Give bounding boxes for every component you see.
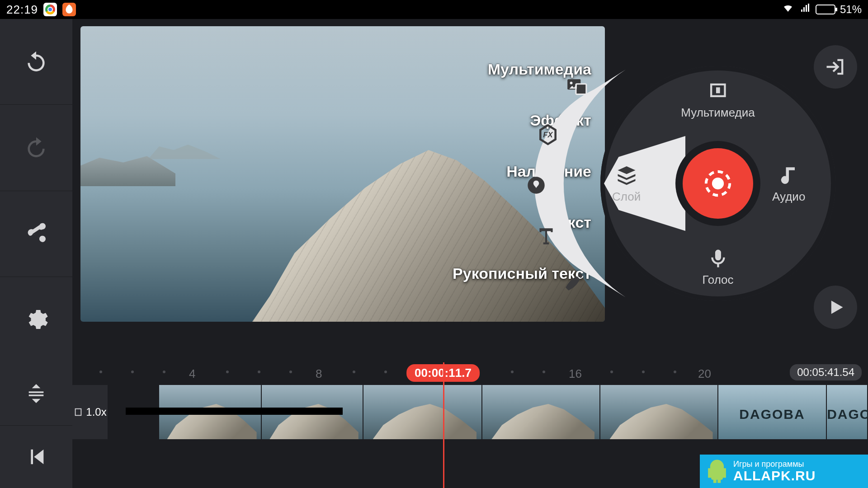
clip[interactable] (718, 385, 827, 439)
undo-button[interactable] (0, 19, 72, 105)
action-wheel: FX Мультимедиа Аудио Голос Слой (573, 39, 863, 328)
ruler-tick: 16 (569, 367, 582, 381)
record-button[interactable] (683, 148, 753, 219)
time-ruler[interactable]: 4 8 16 20 00:00:11.7 00:05:41.54 (72, 362, 868, 382)
left-toolbar (0, 19, 72, 362)
submenu-overlay[interactable] (522, 171, 551, 200)
submenu-handwriting[interactable] (559, 267, 588, 296)
timeline-expand-button[interactable] (0, 362, 72, 426)
app-icon-orange (62, 3, 76, 16)
ruler-tick: 4 (189, 367, 195, 381)
exit-button[interactable] (814, 45, 857, 89)
share-button[interactable] (0, 191, 72, 277)
watermark-brand: ALLAPK.RU (733, 468, 816, 483)
ruler-tick: 8 (316, 367, 322, 381)
clip[interactable] (827, 385, 868, 439)
playhead[interactable] (443, 362, 444, 488)
total-duration: 00:05:41.54 (790, 364, 862, 380)
wifi-icon (781, 3, 795, 16)
submenu-text[interactable] (532, 221, 561, 250)
clock: 22:19 (6, 3, 38, 17)
android-status-bar: 22:19 51% (0, 0, 868, 19)
redo-button[interactable] (0, 105, 72, 191)
svg-point-2 (570, 82, 573, 84)
ruler-tick: 20 (698, 367, 711, 381)
wheel-voice[interactable]: Голос (702, 247, 733, 287)
jump-to-start-button[interactable] (0, 426, 72, 488)
clip[interactable] (600, 385, 718, 439)
watermark-tagline: Игры и программы (733, 460, 816, 469)
battery-icon (816, 5, 835, 14)
play-button[interactable] (814, 286, 857, 329)
battery-percent: 51% (840, 3, 862, 16)
wheel-audio[interactable]: Аудио (772, 164, 805, 204)
clip[interactable] (482, 385, 600, 439)
timeline-body[interactable]: 4 8 16 20 00:00:11.7 00:05:41.54 1.0x (72, 362, 868, 488)
svg-rect-11 (76, 409, 81, 415)
settings-button[interactable] (0, 277, 72, 362)
signal-icon (799, 3, 811, 16)
wheel-layer[interactable]: Слой (612, 164, 641, 204)
android-icon (704, 458, 730, 483)
chrome-icon (43, 3, 57, 16)
editor-area: Мультимедиа Эффект Наложение Текст Рукоп… (0, 19, 868, 362)
watermark: Игры и программы ALLAPK.RU (700, 455, 868, 488)
clip-speed[interactable]: 1.0x (72, 385, 108, 439)
svg-text:FX: FX (543, 131, 553, 139)
svg-rect-7 (716, 87, 720, 93)
svg-rect-1 (576, 84, 586, 94)
wheel-multimedia[interactable]: Мультимедиа (681, 80, 755, 120)
timeline-panel: 4 8 16 20 00:00:11.7 00:05:41.54 1.0x (0, 362, 868, 488)
clip[interactable] (363, 385, 482, 439)
submenu-effect[interactable]: FX (533, 120, 562, 149)
submenu-multimedia[interactable] (562, 72, 591, 101)
svg-point-9 (712, 178, 724, 189)
timeline-toolbar (0, 362, 72, 488)
